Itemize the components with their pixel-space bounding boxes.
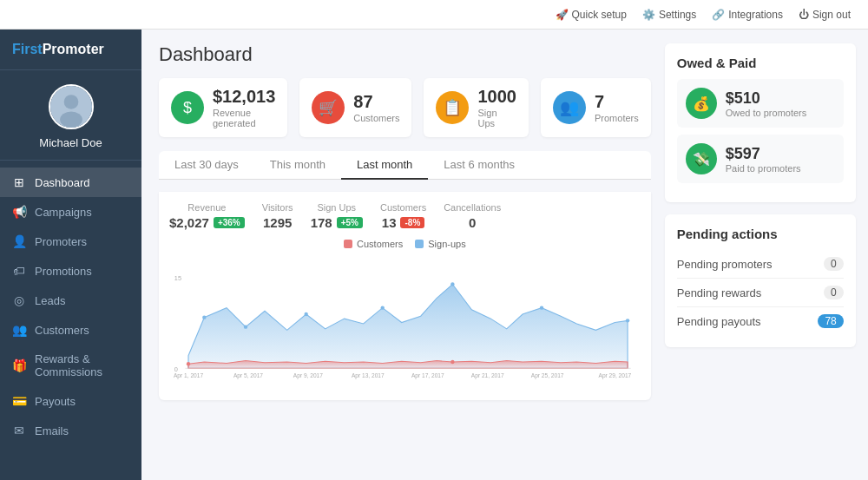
integrations-icon: 🔗 <box>712 9 725 21</box>
tab-thismonth[interactable]: This month <box>254 151 341 180</box>
signups-badge: +5% <box>337 217 363 228</box>
pending-promoters-label: Pending promoters <box>677 258 773 271</box>
chart-stats: Revenue $2,027 +36% Visitors 1295 <box>169 202 641 230</box>
chart-signups-value: 178 +5% <box>311 215 363 230</box>
tab-last6months[interactable]: Last 6 months <box>428 151 530 180</box>
area-chart: 15 0 <box>169 254 641 393</box>
sidebar-item-campaigns[interactable]: 📢 Campaigns <box>0 197 141 227</box>
signups-value: 1000 <box>477 87 516 107</box>
chart-dot <box>244 325 247 328</box>
svg-text:15: 15 <box>174 274 181 282</box>
sidebar-item-customers[interactable]: 👥 Customers <box>0 315 141 345</box>
legend-signups: Sign-ups <box>415 239 465 249</box>
sidebar-customers-label: Customers <box>35 324 89 337</box>
stat-revenue-info: $12,013 Revenue generated <box>213 87 275 128</box>
integrations-nav[interactable]: 🔗 Integrations <box>712 9 783 21</box>
chart-dot <box>540 306 543 309</box>
avatar-svg <box>50 84 92 129</box>
chart-stat-cancellations: Cancellations 0 <box>444 202 501 230</box>
revenue-icon: $ <box>171 91 204 124</box>
chart-cancellations-label: Cancellations <box>444 202 501 213</box>
quick-setup-nav[interactable]: 🚀 Quick setup <box>556 9 627 21</box>
stat-promoters-info: 7 Promoters <box>595 92 639 123</box>
sidebar-item-leads[interactable]: ◎ Leads <box>0 286 141 315</box>
signups-area <box>188 285 628 369</box>
svg-text:Apr 5, 2017: Apr 5, 2017 <box>233 372 263 379</box>
owed-value: $510 <box>726 89 807 108</box>
signout-label: Sign out <box>812 9 851 21</box>
integrations-label: Integrations <box>728 9 783 21</box>
sidebar-item-emails[interactable]: ✉ Emails <box>0 416 141 445</box>
chart-dot-red <box>187 362 190 365</box>
stat-card-promoters: 👥 7 Promoters <box>541 78 651 137</box>
avatar-image <box>50 86 92 128</box>
promoters-stat-icon: 👥 <box>553 91 586 124</box>
pending-row-rewards: Pending rewards 0 <box>677 279 844 307</box>
signout-nav[interactable]: ⏻ Sign out <box>799 9 851 21</box>
pending-rewards-label: Pending rewards <box>677 286 762 299</box>
pending-row-payouts: Pending payouts 78 <box>677 307 844 335</box>
settings-icon: ⚙️ <box>642 9 655 21</box>
paid-label: Paid to promoters <box>726 163 801 174</box>
chart-customers-value: 13 -8% <box>380 215 426 230</box>
leads-icon: ◎ <box>12 293 26 307</box>
settings-label: Settings <box>659 9 696 21</box>
chart-dot-red <box>450 360 454 364</box>
svg-text:Apr 25, 2017: Apr 25, 2017 <box>531 372 564 379</box>
legend-customers-label: Customers <box>357 239 403 249</box>
sidebar-item-dashboard[interactable]: ⊞ Dashboard <box>0 168 141 197</box>
page-title: Dashboard <box>159 43 651 66</box>
chart-stat-visitors: Visitors 1295 <box>262 202 293 230</box>
chart-revenue-value: $2,027 +36% <box>169 215 245 230</box>
owed-info: $510 Owed to promoters <box>726 89 807 118</box>
sidebar-item-payouts[interactable]: 💳 Payouts <box>0 386 141 416</box>
sidebar-promoters-label: Promoters <box>35 235 87 248</box>
settings-nav[interactable]: ⚙️ Settings <box>642 9 696 21</box>
tab-lastmonth[interactable]: Last month <box>341 151 428 180</box>
rewards-icon: 🎁 <box>12 358 26 372</box>
brand-first: First <box>12 42 43 56</box>
owed-paid-title: Owed & Paid <box>677 56 844 70</box>
right-panel: Owed & Paid 💰 $510 Owed to promoters 💸 $… <box>665 43 856 466</box>
signout-icon: ⏻ <box>799 9 809 21</box>
main-content-area: Dashboard $ $12,013 Revenue generated 🛒 … <box>141 30 868 480</box>
paid-value: $597 <box>726 145 801 163</box>
owed-paid-section: Owed & Paid 💰 $510 Owed to promoters 💸 $… <box>665 43 856 202</box>
paid-icon: 💸 <box>686 143 717 174</box>
promotions-icon: 🏷 <box>12 264 26 278</box>
tab-last30[interactable]: Last 30 days <box>159 151 254 180</box>
brand-second: Promoter <box>43 42 104 56</box>
customers-value: 87 <box>353 92 399 112</box>
top-nav: 🚀 Quick setup ⚙️ Settings 🔗 Integrations… <box>0 0 868 30</box>
sidebar: FirstPromoter Michael Doe ⊞ Dashboard <box>0 30 141 480</box>
owed-card: 💰 $510 Owed to promoters <box>677 79 844 128</box>
avatar <box>49 84 94 129</box>
sidebar-item-promoters[interactable]: 👤 Promoters <box>0 227 141 256</box>
chart-container: Revenue $2,027 +36% Visitors 1295 <box>159 192 651 400</box>
signups-icon: 📋 <box>436 91 469 124</box>
chart-stat-customers: Customers 13 -8% <box>380 202 426 230</box>
sidebar-item-rewards[interactable]: 🎁 Rewards & Commissions <box>0 345 141 386</box>
quick-setup-label: Quick setup <box>572 9 627 21</box>
sidebar-user: Michael Doe <box>0 70 141 161</box>
chart-signups-label: Sign Ups <box>311 202 363 213</box>
pending-title: Pending actions <box>677 227 844 241</box>
paid-card: 💸 $597 Paid to promoters <box>677 135 844 183</box>
chart-tabs: Last 30 days This month Last month Last … <box>159 151 651 180</box>
chart-revenue-label: Revenue <box>169 202 245 213</box>
sidebar-username: Michael Doe <box>39 136 102 149</box>
payouts-icon: 💳 <box>12 394 26 408</box>
pending-section: Pending actions Pending promoters 0 Pend… <box>665 214 856 347</box>
stat-signups-info: 1000 Sign Ups <box>477 87 516 128</box>
sidebar-dashboard-label: Dashboard <box>35 176 90 189</box>
revenue-label: Revenue generated <box>213 108 275 128</box>
customers-label: Customers <box>353 113 399 123</box>
stat-customers-info: 87 Customers <box>353 92 399 123</box>
svg-point-1 <box>63 95 78 109</box>
chart-cancellations-value: 0 <box>444 215 501 230</box>
owed-label: Owed to promoters <box>726 108 807 118</box>
chart-dot <box>626 319 629 322</box>
sidebar-navigation: ⊞ Dashboard 📢 Campaigns 👤 Promoters 🏷 Pr… <box>0 161 141 480</box>
pending-promoters-count: 0 <box>824 257 844 271</box>
sidebar-item-promotions[interactable]: 🏷 Promotions <box>0 256 141 286</box>
